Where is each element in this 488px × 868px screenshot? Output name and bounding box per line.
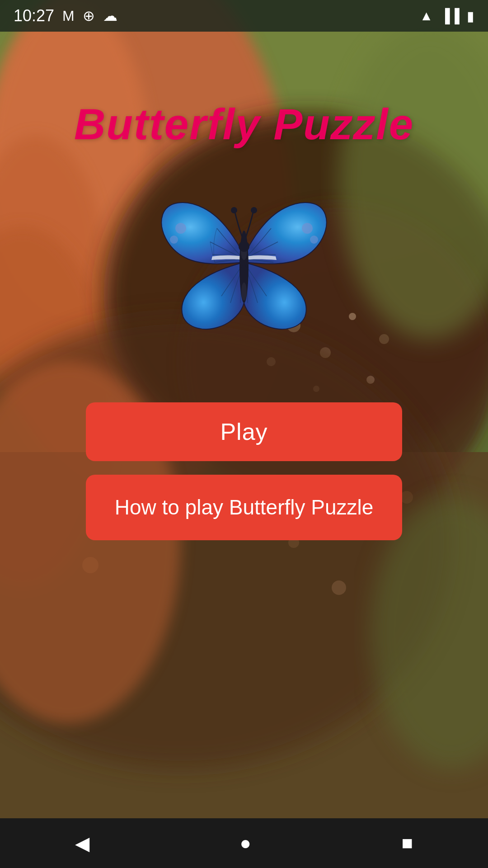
cloud-icon: ☁	[103, 7, 117, 24]
svg-point-29	[310, 236, 318, 244]
status-right: ▲ ▐▐ ▮	[420, 8, 474, 24]
svg-point-27	[170, 236, 178, 244]
svg-point-26	[175, 223, 186, 234]
wifi-icon: ▲	[420, 8, 433, 24]
howto-button[interactable]: How to play Butterfly Puzzle	[86, 475, 402, 540]
buttons-container: Play How to play Butterfly Puzzle	[0, 402, 488, 540]
svg-point-34	[231, 207, 237, 213]
butterfly-image	[149, 176, 339, 348]
recent-button[interactable]: ■	[401, 832, 413, 854]
status-bar: 10:27 M ⊕ ☁ ▲ ▐▐ ▮	[0, 0, 488, 32]
status-left: 10:27 M ⊕ ☁	[14, 6, 117, 25]
svg-point-35	[251, 207, 257, 213]
home-button[interactable]: ●	[240, 832, 251, 854]
main-content: Butterfly Puzzle	[0, 32, 488, 818]
app-title: Butterfly Puzzle	[74, 99, 414, 149]
svg-point-28	[302, 223, 313, 234]
nav-bar: ◀ ● ■	[0, 818, 488, 868]
svg-point-36	[239, 241, 249, 252]
gmail-icon: M	[62, 8, 75, 24]
play-button[interactable]: Play	[86, 402, 402, 461]
target-icon: ⊕	[83, 7, 95, 24]
status-time: 10:27	[14, 6, 54, 25]
battery-icon: ▮	[467, 8, 474, 24]
back-button[interactable]: ◀	[75, 832, 89, 854]
signal-icon: ▐▐	[440, 8, 460, 24]
svg-point-33	[241, 283, 247, 301]
